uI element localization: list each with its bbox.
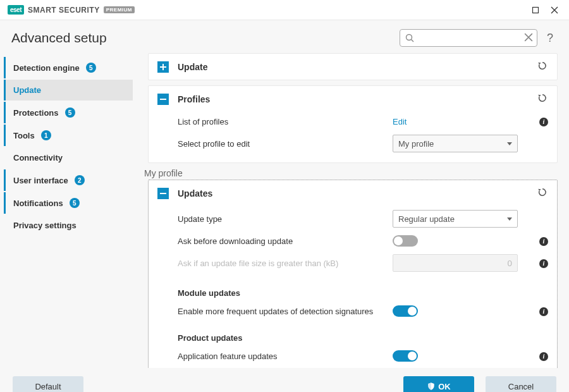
revert-button[interactable]	[537, 60, 548, 73]
sidebar-item-label: Notifications	[13, 199, 63, 208]
brand: eset SMART SECURITY PREMIUM	[8, 5, 135, 15]
page-title: Advanced setup	[11, 30, 107, 46]
sidebar-item-label: Update	[13, 85, 41, 95]
expand-icon	[157, 61, 169, 73]
default-button-label: Default	[35, 382, 61, 391]
panel-title: Updates	[178, 188, 537, 199]
profile-heading: My profile	[144, 168, 558, 178]
titlebar: eset SMART SECURITY PREMIUM	[0, 0, 569, 20]
update-type-value: Regular update	[398, 214, 455, 224]
panel-body-updates: Update type Regular update Ask before do…	[149, 206, 557, 368]
content: Update Profiles List of profiles	[133, 53, 569, 368]
sidebar-badge: 5	[86, 63, 96, 73]
panel-profiles: Profiles List of profiles Edit i Select …	[148, 85, 558, 163]
window-close-button[interactable]	[545, 3, 564, 18]
brand-text: SMART SECURITY	[28, 6, 100, 15]
ask-before-toggle[interactable]	[393, 235, 418, 247]
close-icon	[551, 6, 558, 14]
info-icon[interactable]: i	[539, 237, 548, 246]
sidebar-badge: 1	[41, 130, 51, 140]
cancel-button-label: Cancel	[508, 382, 534, 391]
frequent-updates-label: Enable more frequent updates of detectio…	[178, 307, 393, 316]
select-profile-value: My profile	[398, 139, 434, 149]
search-input[interactable]	[400, 30, 537, 46]
maximize-icon	[532, 6, 539, 14]
sidebar-item-label: Detection engine	[13, 63, 80, 73]
footer: Default OK Cancel	[0, 368, 569, 392]
collapse-icon	[157, 188, 169, 199]
select-profile-label: Select profile to edit	[178, 139, 393, 149]
sidebar-item-detection-engine[interactable]: Detection engine 5	[4, 57, 133, 78]
sidebar-item-update[interactable]: Update	[4, 80, 133, 101]
sidebar-badge: 5	[65, 107, 75, 118]
revert-icon	[537, 92, 548, 104]
brand-logo: eset	[8, 5, 24, 15]
update-type-label: Update type	[178, 214, 393, 224]
revert-icon	[537, 187, 548, 198]
revert-button[interactable]	[537, 92, 548, 106]
sidebar-item-label: User interface	[13, 176, 68, 185]
select-profile-dropdown[interactable]: My profile	[393, 135, 518, 152]
sidebar-item-connectivity[interactable]: Connectivity	[4, 147, 133, 168]
brand-badge: PREMIUM	[104, 6, 135, 13]
edit-profiles-link[interactable]: Edit	[393, 117, 407, 126]
panel-header-update[interactable]: Update	[149, 54, 557, 80]
sidebar-item-label: Privacy settings	[13, 221, 76, 230]
app-feature-toggle[interactable]	[393, 350, 418, 362]
window-maximize-button[interactable]	[526, 3, 545, 18]
search-box[interactable]	[400, 29, 537, 47]
sidebar-badge: 5	[70, 198, 80, 208]
panel-header-updates[interactable]: Updates	[149, 180, 557, 206]
info-icon[interactable]: i	[539, 352, 548, 361]
panel-title: Profiles	[178, 94, 537, 104]
svg-point-1	[407, 35, 412, 40]
info-icon[interactable]: i	[539, 259, 548, 268]
svg-rect-0	[533, 7, 539, 13]
sidebar-item-privacy-settings[interactable]: Privacy settings	[4, 215, 133, 236]
sidebar-item-label: Tools	[13, 131, 35, 140]
app-feature-label: Application feature updates	[178, 352, 393, 361]
ask-size-label: Ask if an update file size is greater th…	[178, 259, 393, 268]
revert-button[interactable]	[537, 187, 548, 200]
ask-before-label: Ask before downloading update	[178, 236, 393, 246]
main: Detection engine 5 Update Protections 5 …	[0, 53, 569, 368]
module-updates-heading: Module updates	[178, 276, 548, 302]
panel-updates: Updates Update type Regular update As	[148, 180, 558, 368]
sidebar-item-protections[interactable]: Protections 5	[4, 102, 133, 123]
panel-title: Update	[178, 62, 537, 72]
update-type-dropdown[interactable]: Regular update	[393, 210, 518, 228]
sidebar-item-tools[interactable]: Tools 1	[4, 125, 133, 146]
sidebar-item-label: Connectivity	[13, 153, 63, 162]
list-of-profiles-label: List of profiles	[178, 117, 393, 126]
info-icon[interactable]: i	[539, 118, 548, 126]
revert-icon	[537, 60, 548, 71]
search-clear-button[interactable]	[524, 33, 533, 44]
collapse-icon	[157, 94, 169, 105]
panel-body-profiles: List of profiles Edit i Select profile t…	[149, 112, 557, 162]
panel-header-profiles[interactable]: Profiles	[149, 86, 557, 112]
help-button[interactable]: ?	[544, 32, 556, 45]
svg-rect-3	[160, 193, 166, 194]
header: Advanced setup ?	[0, 20, 569, 53]
sidebar-item-label: Protections	[13, 108, 59, 118]
svg-rect-2	[160, 99, 166, 100]
frequent-updates-toggle[interactable]	[393, 305, 418, 317]
sidebar-item-user-interface[interactable]: User interface 2	[4, 169, 133, 191]
search-icon	[405, 33, 415, 45]
sidebar-item-notifications[interactable]: Notifications 5	[4, 192, 133, 214]
ask-size-input	[393, 254, 518, 272]
ok-button[interactable]: OK	[403, 376, 474, 392]
clear-icon	[524, 33, 533, 42]
ok-button-label: OK	[438, 382, 451, 391]
info-icon[interactable]: i	[539, 307, 548, 316]
cancel-button[interactable]: Cancel	[486, 376, 556, 392]
shield-icon	[427, 382, 436, 391]
product-updates-heading: Product updates	[178, 321, 548, 346]
panel-update: Update	[148, 53, 558, 80]
default-button[interactable]: Default	[13, 376, 83, 392]
sidebar: Detection engine 5 Update Protections 5 …	[0, 53, 133, 368]
sidebar-badge: 2	[75, 175, 85, 185]
